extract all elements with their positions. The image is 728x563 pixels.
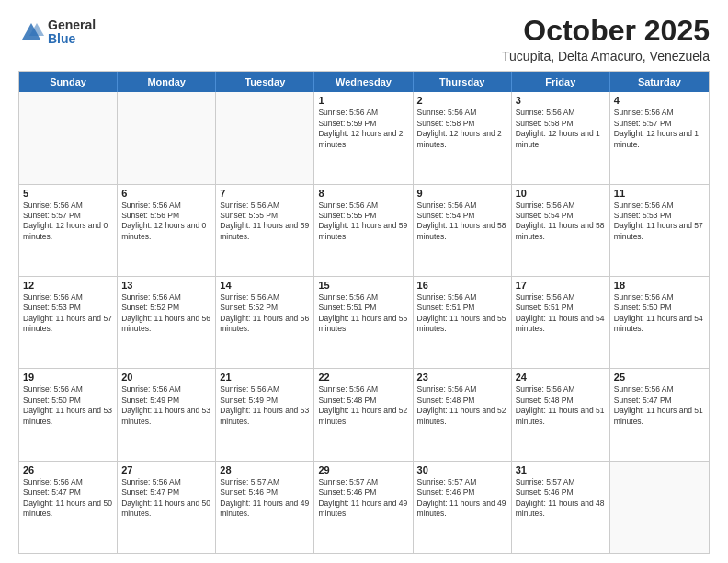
cell-info: Sunrise: 5:57 AM Sunset: 5:46 PM Dayligh… bbox=[220, 477, 310, 520]
day-number: 15 bbox=[318, 280, 408, 291]
day-number: 25 bbox=[614, 372, 705, 383]
calendar-cell-20: 20Sunrise: 5:56 AM Sunset: 5:49 PM Dayli… bbox=[118, 369, 216, 460]
calendar-cell-12: 12Sunrise: 5:56 AM Sunset: 5:53 PM Dayli… bbox=[19, 277, 118, 368]
day-number: 21 bbox=[220, 372, 310, 383]
calendar-cell-7: 7Sunrise: 5:56 AM Sunset: 5:55 PM Daylig… bbox=[216, 185, 314, 276]
day-number: 28 bbox=[220, 465, 310, 476]
day-number: 16 bbox=[417, 280, 507, 291]
calendar-cell-4: 4Sunrise: 5:56 AM Sunset: 5:57 PM Daylig… bbox=[610, 92, 709, 183]
calendar-cell-30: 30Sunrise: 5:57 AM Sunset: 5:46 PM Dayli… bbox=[414, 462, 512, 553]
cell-info: Sunrise: 5:56 AM Sunset: 5:52 PM Dayligh… bbox=[121, 293, 211, 335]
header: General Blue October 2025 Tucupita, Delt… bbox=[18, 15, 710, 63]
calendar-cell-26: 26Sunrise: 5:56 AM Sunset: 5:47 PM Dayli… bbox=[19, 462, 118, 553]
logo-icon bbox=[18, 19, 44, 45]
cell-info: Sunrise: 5:56 AM Sunset: 5:54 PM Dayligh… bbox=[516, 201, 606, 243]
calendar-row-4: 19Sunrise: 5:56 AM Sunset: 5:50 PM Dayli… bbox=[19, 368, 709, 460]
day-number: 30 bbox=[417, 465, 507, 476]
day-number: 20 bbox=[121, 372, 211, 383]
cell-info: Sunrise: 5:57 AM Sunset: 5:46 PM Dayligh… bbox=[516, 477, 606, 520]
cell-info: Sunrise: 5:56 AM Sunset: 5:58 PM Dayligh… bbox=[417, 108, 507, 150]
cell-info: Sunrise: 5:56 AM Sunset: 5:51 PM Dayligh… bbox=[516, 293, 606, 335]
day-number: 3 bbox=[516, 95, 606, 106]
cell-info: Sunrise: 5:56 AM Sunset: 5:58 PM Dayligh… bbox=[516, 108, 606, 150]
cell-info: Sunrise: 5:56 AM Sunset: 5:47 PM Dayligh… bbox=[121, 477, 211, 520]
logo: General Blue bbox=[18, 18, 96, 47]
cell-info: Sunrise: 5:56 AM Sunset: 5:53 PM Dayligh… bbox=[614, 201, 705, 243]
day-number: 12 bbox=[23, 280, 113, 291]
header-day-thursday: Thursday bbox=[414, 72, 512, 92]
calendar-cell-10: 10Sunrise: 5:56 AM Sunset: 5:54 PM Dayli… bbox=[512, 185, 610, 276]
calendar-cell-25: 25Sunrise: 5:56 AM Sunset: 5:47 PM Dayli… bbox=[610, 369, 709, 460]
calendar-cell-5: 5Sunrise: 5:56 AM Sunset: 5:57 PM Daylig… bbox=[19, 185, 118, 276]
day-number: 1 bbox=[318, 95, 408, 106]
logo-blue: Blue bbox=[48, 32, 96, 46]
calendar-cell-27: 27Sunrise: 5:56 AM Sunset: 5:47 PM Dayli… bbox=[118, 462, 216, 553]
calendar-cell-14: 14Sunrise: 5:56 AM Sunset: 5:52 PM Dayli… bbox=[216, 277, 314, 368]
calendar-cell-13: 13Sunrise: 5:56 AM Sunset: 5:52 PM Dayli… bbox=[118, 277, 216, 368]
cell-info: Sunrise: 5:56 AM Sunset: 5:47 PM Dayligh… bbox=[614, 385, 705, 427]
day-number: 6 bbox=[121, 188, 211, 199]
calendar-cell-19: 19Sunrise: 5:56 AM Sunset: 5:50 PM Dayli… bbox=[19, 369, 118, 460]
day-number: 31 bbox=[516, 465, 606, 476]
calendar-cell-22: 22Sunrise: 5:56 AM Sunset: 5:48 PM Dayli… bbox=[314, 369, 413, 460]
calendar-row-2: 5Sunrise: 5:56 AM Sunset: 5:57 PM Daylig… bbox=[19, 184, 709, 276]
header-day-wednesday: Wednesday bbox=[314, 72, 413, 92]
day-number: 22 bbox=[318, 372, 408, 383]
day-number: 2 bbox=[417, 95, 507, 106]
day-number: 19 bbox=[23, 372, 113, 383]
day-number: 23 bbox=[417, 372, 507, 383]
cell-info: Sunrise: 5:56 AM Sunset: 5:59 PM Dayligh… bbox=[318, 108, 408, 150]
cell-info: Sunrise: 5:56 AM Sunset: 5:52 PM Dayligh… bbox=[220, 293, 310, 335]
day-number: 17 bbox=[516, 280, 606, 291]
logo-general: General bbox=[48, 18, 96, 32]
day-number: 8 bbox=[318, 188, 408, 199]
header-day-saturday: Saturday bbox=[610, 72, 709, 92]
calendar-cell-1: 1Sunrise: 5:56 AM Sunset: 5:59 PM Daylig… bbox=[314, 92, 413, 183]
calendar-cell-31: 31Sunrise: 5:57 AM Sunset: 5:46 PM Dayli… bbox=[512, 462, 610, 553]
cell-info: Sunrise: 5:56 AM Sunset: 5:48 PM Dayligh… bbox=[516, 385, 606, 427]
day-number: 24 bbox=[516, 372, 606, 383]
day-number: 18 bbox=[614, 280, 705, 291]
cell-info: Sunrise: 5:56 AM Sunset: 5:56 PM Dayligh… bbox=[121, 201, 211, 243]
cell-info: Sunrise: 5:56 AM Sunset: 5:57 PM Dayligh… bbox=[614, 108, 705, 150]
calendar: SundayMondayTuesdayWednesdayThursdayFrid… bbox=[18, 71, 710, 554]
cell-info: Sunrise: 5:56 AM Sunset: 5:51 PM Dayligh… bbox=[417, 293, 507, 335]
day-number: 13 bbox=[121, 280, 211, 291]
calendar-body: 1Sunrise: 5:56 AM Sunset: 5:59 PM Daylig… bbox=[19, 92, 709, 553]
cell-info: Sunrise: 5:56 AM Sunset: 5:48 PM Dayligh… bbox=[417, 385, 507, 427]
calendar-cell-empty bbox=[19, 92, 118, 183]
logo-text: General Blue bbox=[48, 18, 96, 47]
day-number: 26 bbox=[23, 465, 113, 476]
day-number: 14 bbox=[220, 280, 310, 291]
calendar-cell-11: 11Sunrise: 5:56 AM Sunset: 5:53 PM Dayli… bbox=[610, 185, 709, 276]
cell-info: Sunrise: 5:56 AM Sunset: 5:49 PM Dayligh… bbox=[121, 385, 211, 427]
calendar-cell-21: 21Sunrise: 5:56 AM Sunset: 5:49 PM Dayli… bbox=[216, 369, 314, 460]
calendar-cell-empty bbox=[118, 92, 216, 183]
day-number: 4 bbox=[614, 95, 705, 106]
title-block: October 2025 Tucupita, Delta Amacuro, Ve… bbox=[502, 15, 710, 63]
day-number: 7 bbox=[220, 188, 310, 199]
cell-info: Sunrise: 5:57 AM Sunset: 5:46 PM Dayligh… bbox=[417, 477, 507, 520]
cell-info: Sunrise: 5:56 AM Sunset: 5:55 PM Dayligh… bbox=[318, 201, 408, 243]
calendar-cell-15: 15Sunrise: 5:56 AM Sunset: 5:51 PM Dayli… bbox=[314, 277, 413, 368]
calendar-cell-23: 23Sunrise: 5:56 AM Sunset: 5:48 PM Dayli… bbox=[414, 369, 512, 460]
calendar-row-1: 1Sunrise: 5:56 AM Sunset: 5:59 PM Daylig… bbox=[19, 92, 709, 183]
calendar-cell-18: 18Sunrise: 5:56 AM Sunset: 5:50 PM Dayli… bbox=[610, 277, 709, 368]
calendar-cell-16: 16Sunrise: 5:56 AM Sunset: 5:51 PM Dayli… bbox=[414, 277, 512, 368]
calendar-cell-6: 6Sunrise: 5:56 AM Sunset: 5:56 PM Daylig… bbox=[118, 185, 216, 276]
calendar-cell-empty bbox=[216, 92, 314, 183]
header-day-friday: Friday bbox=[512, 72, 610, 92]
calendar-cell-8: 8Sunrise: 5:56 AM Sunset: 5:55 PM Daylig… bbox=[314, 185, 413, 276]
calendar-cell-28: 28Sunrise: 5:57 AM Sunset: 5:46 PM Dayli… bbox=[216, 462, 314, 553]
month-title: October 2025 bbox=[502, 15, 710, 47]
cell-info: Sunrise: 5:57 AM Sunset: 5:46 PM Dayligh… bbox=[318, 477, 408, 520]
cell-info: Sunrise: 5:56 AM Sunset: 5:57 PM Dayligh… bbox=[23, 201, 113, 243]
calendar-cell-17: 17Sunrise: 5:56 AM Sunset: 5:51 PM Dayli… bbox=[512, 277, 610, 368]
cell-info: Sunrise: 5:56 AM Sunset: 5:47 PM Dayligh… bbox=[23, 477, 113, 520]
day-number: 5 bbox=[23, 188, 113, 199]
header-day-tuesday: Tuesday bbox=[216, 72, 314, 92]
location: Tucupita, Delta Amacuro, Venezuela bbox=[502, 49, 710, 63]
page: General Blue October 2025 Tucupita, Delt… bbox=[0, 0, 728, 563]
cell-info: Sunrise: 5:56 AM Sunset: 5:49 PM Dayligh… bbox=[220, 385, 310, 427]
day-number: 27 bbox=[121, 465, 211, 476]
